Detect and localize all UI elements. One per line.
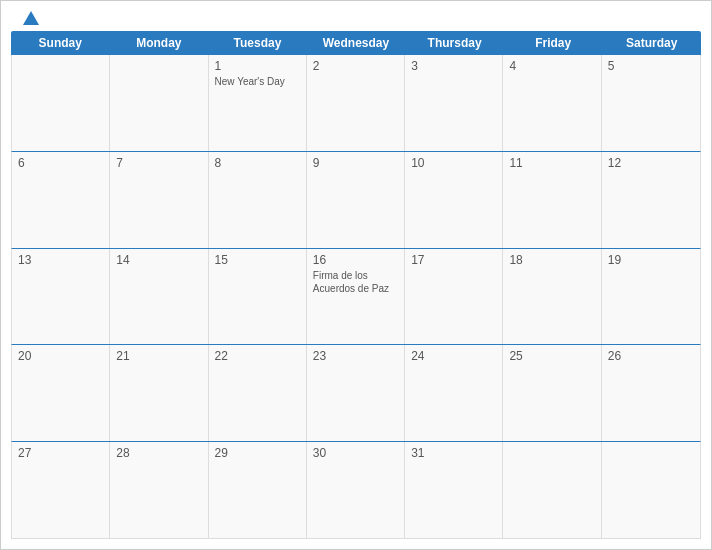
day-number: 26	[608, 349, 694, 363]
day-number: 9	[313, 156, 398, 170]
week-row-4: 20212223242526	[11, 345, 701, 442]
day-number: 5	[608, 59, 694, 73]
day-cell	[602, 442, 700, 538]
day-cell: 16Firma de los Acuerdos de Paz	[307, 249, 405, 345]
day-number: 14	[116, 253, 201, 267]
day-number: 21	[116, 349, 201, 363]
calendar-container: SundayMondayTuesdayWednesdayThursdayFrid…	[0, 0, 712, 550]
day-header-thursday: Thursday	[405, 31, 504, 55]
week-row-2: 6789101112	[11, 152, 701, 249]
day-number: 31	[411, 446, 496, 460]
day-cell: 1New Year's Day	[209, 55, 307, 151]
day-number: 19	[608, 253, 694, 267]
week-row-1: 1New Year's Day2345	[11, 55, 701, 152]
holiday-name: New Year's Day	[215, 75, 300, 88]
day-number: 3	[411, 59, 496, 73]
day-cell: 20	[12, 345, 110, 441]
logo	[21, 11, 41, 25]
day-number: 8	[215, 156, 300, 170]
day-number: 29	[215, 446, 300, 460]
day-cell: 28	[110, 442, 208, 538]
day-header-sunday: Sunday	[11, 31, 110, 55]
day-cell	[503, 442, 601, 538]
day-cell: 13	[12, 249, 110, 345]
logo-triangle-icon	[23, 11, 39, 25]
day-number: 10	[411, 156, 496, 170]
day-cell: 11	[503, 152, 601, 248]
day-number: 15	[215, 253, 300, 267]
day-number: 12	[608, 156, 694, 170]
day-cell: 12	[602, 152, 700, 248]
week-row-3: 13141516Firma de los Acuerdos de Paz1718…	[11, 249, 701, 346]
calendar-grid: SundayMondayTuesdayWednesdayThursdayFrid…	[1, 31, 711, 549]
day-number: 23	[313, 349, 398, 363]
day-cell: 4	[503, 55, 601, 151]
day-number: 28	[116, 446, 201, 460]
day-cell: 5	[602, 55, 700, 151]
day-number: 30	[313, 446, 398, 460]
day-cell: 29	[209, 442, 307, 538]
day-number: 22	[215, 349, 300, 363]
day-number: 13	[18, 253, 103, 267]
day-cell: 8	[209, 152, 307, 248]
holiday-name: Firma de los Acuerdos de Paz	[313, 269, 398, 295]
day-header-wednesday: Wednesday	[307, 31, 406, 55]
day-number: 2	[313, 59, 398, 73]
day-cell: 9	[307, 152, 405, 248]
day-header-tuesday: Tuesday	[208, 31, 307, 55]
day-cell: 26	[602, 345, 700, 441]
day-cell: 3	[405, 55, 503, 151]
days-header: SundayMondayTuesdayWednesdayThursdayFrid…	[11, 31, 701, 55]
day-number: 20	[18, 349, 103, 363]
day-number: 11	[509, 156, 594, 170]
day-number: 18	[509, 253, 594, 267]
day-cell	[110, 55, 208, 151]
day-header-saturday: Saturday	[602, 31, 701, 55]
day-number: 1	[215, 59, 300, 73]
day-cell: 31	[405, 442, 503, 538]
day-cell: 10	[405, 152, 503, 248]
day-cell	[12, 55, 110, 151]
week-row-5: 2728293031	[11, 442, 701, 539]
day-cell: 27	[12, 442, 110, 538]
day-cell: 19	[602, 249, 700, 345]
day-header-monday: Monday	[110, 31, 209, 55]
day-cell: 6	[12, 152, 110, 248]
day-cell: 17	[405, 249, 503, 345]
day-number: 25	[509, 349, 594, 363]
day-cell: 23	[307, 345, 405, 441]
day-cell: 7	[110, 152, 208, 248]
weeks: 1New Year's Day2345678910111213141516Fir…	[11, 55, 701, 539]
day-cell: 24	[405, 345, 503, 441]
day-cell: 15	[209, 249, 307, 345]
day-number: 6	[18, 156, 103, 170]
day-cell: 25	[503, 345, 601, 441]
day-cell: 18	[503, 249, 601, 345]
day-number: 27	[18, 446, 103, 460]
day-cell: 14	[110, 249, 208, 345]
day-cell: 2	[307, 55, 405, 151]
day-cell: 21	[110, 345, 208, 441]
day-header-friday: Friday	[504, 31, 603, 55]
day-number: 24	[411, 349, 496, 363]
calendar-header	[1, 1, 711, 31]
day-number: 17	[411, 253, 496, 267]
day-cell: 22	[209, 345, 307, 441]
day-number: 4	[509, 59, 594, 73]
day-cell: 30	[307, 442, 405, 538]
day-number: 7	[116, 156, 201, 170]
day-number: 16	[313, 253, 398, 267]
